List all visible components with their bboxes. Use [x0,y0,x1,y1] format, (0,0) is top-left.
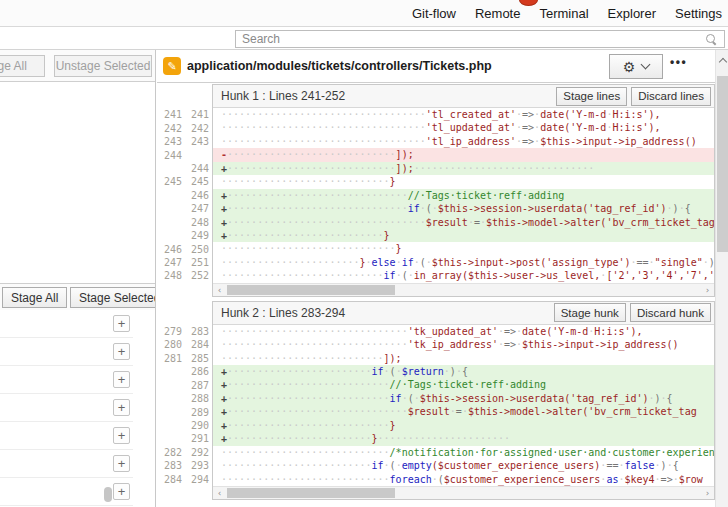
code-token: ································· [227,122,426,133]
unstaged-file-row[interactable]: + [0,310,133,338]
menu-item-git-flow[interactable]: Git-flow [412,6,456,21]
diff-line[interactable]: +························if·(·$return·)·… [213,365,714,378]
horizontal-scrollbar-thumb[interactable] [227,488,395,498]
code-token: } [390,176,396,187]
menu-item-explorer[interactable]: Explorer [608,6,656,21]
code-token: ·························· [227,270,384,281]
diff-line[interactable]: ····························} [213,175,714,188]
search-box [235,30,725,48]
new-line-number: 284 [187,339,209,350]
unstaged-file-row[interactable]: + [0,338,133,366]
diff-line[interactable]: ···························]); [213,352,714,365]
diff-line[interactable]: ·······························'tk_ip_ad… [213,338,714,351]
stage-file-button[interactable]: + [113,399,130,416]
old-line-number: 243 [160,136,182,147]
stage-file-button[interactable]: + [113,427,130,444]
scroll-left-arrow-icon[interactable]: ‹ [213,487,226,500]
code-token: $row [679,474,703,485]
code-token: ···························· [227,149,396,160]
diff-line[interactable]: +······························if·(·$thi… [213,202,714,215]
diff-line[interactable]: +···························} [213,419,714,432]
diff-line[interactable]: +··························} [213,229,714,242]
code-token: $this->input->ip_address() [522,339,679,350]
unstaged-file-row[interactable]: + [0,450,133,478]
list-scrollbar-thumb[interactable] [104,487,112,502]
more-options-button[interactable]: ••• [670,55,687,69]
unstage-all-button[interactable]: Unstage All [0,55,45,77]
horizontal-scrollbar-thumb[interactable] [227,285,395,295]
diff-options-button[interactable]: ⚙ [609,54,663,79]
code-token: ···························· [227,163,396,174]
stage-file-button[interactable]: + [113,343,130,360]
diff-line[interactable]: +···························if·(·$this->… [213,392,714,405]
code-token: ························ [227,366,372,377]
stage-file-button[interactable]: + [113,455,130,472]
diff-line[interactable]: ·······················}·else·if·(·$this… [213,256,714,269]
unstaged-file-row[interactable]: + [0,422,133,450]
hunk-horizontal-scrollbar[interactable]: ‹› [213,486,714,499]
new-line-number: 290 [187,420,209,431]
unstage-selected-button[interactable]: Unstage Selected [54,55,152,77]
stage-file-button[interactable]: + [113,483,130,500]
diff-line[interactable]: ··································'tl_cr… [213,108,714,121]
diff-line[interactable]: +····························]);········… [213,162,714,175]
diff-line[interactable]: ·····························} [213,242,714,255]
diff-line[interactable]: ··································'tl_up… [213,121,714,134]
code-token: if [408,203,420,214]
code-token: $this->input->ip_address() [540,136,697,147]
code-token: //·Tags·ticket·reff·adding [408,190,565,201]
hunk-2: 2792832802842812852862872882892902912822… [159,301,715,500]
scroll-up-arrow-icon[interactable] [716,53,728,68]
line-numbers: 247 [159,202,212,215]
new-line-number: 286 [187,366,209,377]
code-token: $customer_experience_users [444,474,601,485]
discard-hunk-button[interactable]: Discard hunk [630,303,711,322]
menu-item-settings[interactable]: Settings [675,6,722,21]
code-token: date('Y-m-d [540,109,606,120]
diff-line[interactable]: +·································$resul… [213,216,714,229]
unstaged-file-row[interactable]: + [0,394,133,422]
new-line-number: 250 [187,244,209,255]
diff-line[interactable]: +························}··············… [213,432,714,445]
stage-file-button[interactable]: + [113,371,130,388]
code-token: { [685,203,691,214]
new-line-number: 252 [187,270,209,281]
diff-line[interactable]: +······························//·Tags·t… [213,189,714,202]
scroll-right-arrow-icon[interactable]: › [701,487,714,500]
hunk-horizontal-scrollbar[interactable]: ‹› [213,283,714,296]
menu-item-terminal[interactable]: Terminal [539,6,588,21]
code-token: ]); [384,353,402,364]
diff-line[interactable]: ·························if·(·empty($cus… [213,459,714,472]
diff-line[interactable]: ····························/*notificati… [213,446,714,459]
stage-hunk-button[interactable]: Stage hunk [554,303,626,322]
code-token: ······························ [227,203,408,214]
diff-line[interactable]: ····························foreach·($cu… [213,473,714,486]
stage-file-button[interactable]: + [113,315,130,332]
diff-line[interactable]: +···························//·Tags·tick… [213,378,714,391]
line-numbers: 243243 [159,135,212,148]
discard-lines-button[interactable]: Discard lines [631,87,711,106]
unstaged-file-list: +++++++ [0,310,156,507]
code-token: ······························ [227,406,408,417]
stage-selected-button[interactable]: Stage Selected [70,287,156,308]
diff-vertical-scrollbar[interactable] [715,50,728,507]
scroll-left-arrow-icon[interactable]: ‹ [213,284,226,297]
hunk-title: Hunk 2 : Lines 283-294 [221,306,550,320]
unstaged-file-row[interactable]: + [0,366,133,394]
stage-all-button[interactable]: Stage All [2,287,67,308]
code-token: => [522,136,534,147]
diff-line[interactable]: ···························if·(·in_array… [213,269,714,282]
diff-line[interactable]: ·······························'tk_updat… [213,325,714,338]
stage-lines-button[interactable]: Stage lines [556,87,627,106]
vertical-scrollbar-thumb[interactable] [717,76,728,252]
diff-file-header: ✎ application/modules/tickets/controller… [157,50,715,83]
menu-item-remote[interactable]: Remote [475,6,521,21]
code-token: ·························· [227,230,384,241]
scroll-right-arrow-icon[interactable]: › [701,284,714,297]
search-input[interactable] [236,31,724,47]
new-line-number: 248 [187,217,209,228]
unstaged-file-row[interactable]: + [0,478,133,506]
diff-line[interactable]: -····························]); [213,148,714,161]
diff-line[interactable]: +······························$result·=… [213,405,714,418]
diff-line[interactable]: ··································'tl_ip… [213,135,714,148]
